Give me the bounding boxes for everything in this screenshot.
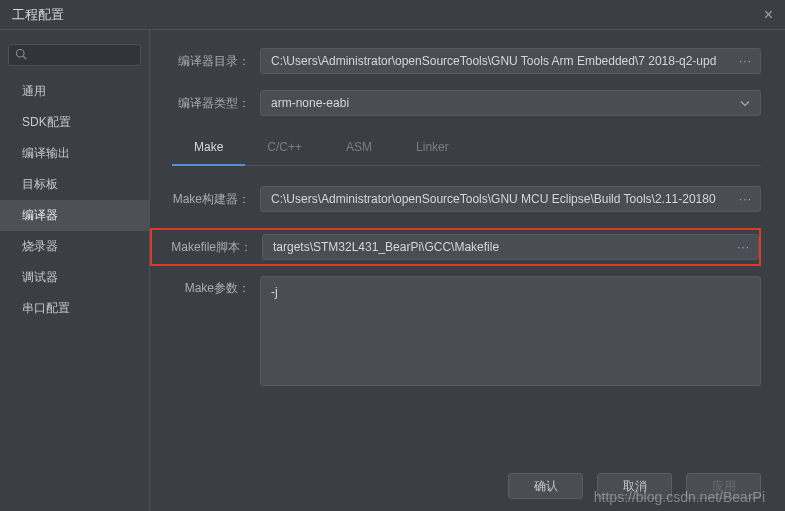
browse-icon[interactable]: ··· <box>739 192 752 206</box>
titlebar: 工程配置 × <box>0 0 785 30</box>
compiler-type-row: 编译器类型： arm-none-eabi <box>150 90 761 116</box>
compiler-dir-label: 编译器目录： <box>150 53 260 70</box>
browse-icon[interactable]: ··· <box>737 240 750 254</box>
make-builder-input[interactable]: C:\Users\Administrator\openSourceTools\G… <box>260 186 761 212</box>
makefile-script-label: Makefile脚本： <box>152 239 262 256</box>
sidebar-item-burner[interactable]: 烧录器 <box>0 231 149 262</box>
chevron-down-icon <box>740 98 750 109</box>
svg-point-0 <box>17 49 25 57</box>
makefile-script-value: targets\STM32L431_BearPi\GCC\Makefile <box>273 240 499 254</box>
sidebar-item-compiler[interactable]: 编译器 <box>0 200 149 231</box>
button-row: 确认 取消 应用 <box>508 473 761 499</box>
tab-linker[interactable]: Linker <box>394 132 471 165</box>
make-builder-row: Make构建器： C:\Users\Administrator\openSour… <box>150 186 761 212</box>
ok-button[interactable]: 确认 <box>508 473 583 499</box>
make-params-textarea[interactable]: -j <box>260 276 761 386</box>
main-panel: 编译器目录： C:\Users\Administrator\openSource… <box>150 30 785 511</box>
content-area: 通用 SDK配置 编译输出 目标板 编译器 烧录器 调试器 串口配置 编译器目录… <box>0 30 785 511</box>
cancel-button[interactable]: 取消 <box>597 473 672 499</box>
search-input[interactable] <box>8 44 141 66</box>
sidebar-item-compile-output[interactable]: 编译输出 <box>0 138 149 169</box>
compiler-dir-value: C:\Users\Administrator\openSourceTools\G… <box>271 54 716 68</box>
tab-asm[interactable]: ASM <box>324 132 394 165</box>
compiler-dir-input[interactable]: C:\Users\Administrator\openSourceTools\G… <box>260 48 761 74</box>
sidebar-item-target-board[interactable]: 目标板 <box>0 169 149 200</box>
search-icon <box>15 48 27 63</box>
sidebar: 通用 SDK配置 编译输出 目标板 编译器 烧录器 调试器 串口配置 <box>0 30 150 511</box>
window-title: 工程配置 <box>12 6 64 24</box>
sidebar-item-sdk[interactable]: SDK配置 <box>0 107 149 138</box>
sidebar-item-serial[interactable]: 串口配置 <box>0 293 149 324</box>
make-params-label: Make参数： <box>150 276 260 297</box>
apply-button[interactable]: 应用 <box>686 473 761 499</box>
tabs: Make C/C++ ASM Linker <box>172 132 761 166</box>
sidebar-item-general[interactable]: 通用 <box>0 76 149 107</box>
browse-icon[interactable]: ··· <box>739 54 752 68</box>
makefile-script-row: Makefile脚本： targets\STM32L431_BearPi\GCC… <box>150 228 761 266</box>
compiler-type-value: arm-none-eabi <box>271 96 349 110</box>
make-builder-label: Make构建器： <box>150 191 260 208</box>
make-params-row: Make参数： -j <box>150 276 761 386</box>
compiler-dir-row: 编译器目录： C:\Users\Administrator\openSource… <box>150 48 761 74</box>
makefile-script-input[interactable]: targets\STM32L431_BearPi\GCC\Makefile ··… <box>262 234 759 260</box>
make-builder-value: C:\Users\Administrator\openSourceTools\G… <box>271 192 716 206</box>
sidebar-item-debugger[interactable]: 调试器 <box>0 262 149 293</box>
tab-ccpp[interactable]: C/C++ <box>245 132 324 165</box>
close-icon[interactable]: × <box>764 6 773 24</box>
compiler-type-label: 编译器类型： <box>150 95 260 112</box>
tab-make[interactable]: Make <box>172 132 245 166</box>
svg-line-1 <box>23 56 26 59</box>
compiler-type-select[interactable]: arm-none-eabi <box>260 90 761 116</box>
